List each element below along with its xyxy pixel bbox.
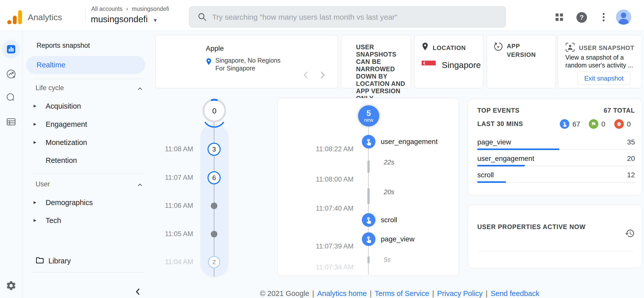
gap-duration: 22s <box>384 158 394 166</box>
footer-link-analytics-home[interactable]: Analytics home <box>317 289 367 297</box>
help-glyph: ? <box>580 14 584 21</box>
chevron-up-icon[interactable] <box>137 182 143 188</box>
app-version-icon: v <box>493 41 503 52</box>
minute-dot-marker[interactable] <box>211 203 217 209</box>
history-icon[interactable] <box>625 228 635 238</box>
exit-snapshot-button[interactable]: Exit snapshot <box>577 72 630 85</box>
minute-time-label: 11:05 AM <box>160 230 193 238</box>
top-event-row-name[interactable]: page_view <box>477 138 511 146</box>
rail-item-explore[interactable] <box>6 69 16 79</box>
rail-item-configure[interactable] <box>6 117 16 127</box>
chevron-up-icon[interactable] <box>137 85 143 92</box>
current-minute-marker: 0 <box>202 98 227 123</box>
rail-divider <box>22 30 22 298</box>
gap-duration: 5s <box>384 256 391 264</box>
chevron-right-icon[interactable] <box>317 70 328 80</box>
minute-count-marker[interactable]: 3 <box>208 143 221 156</box>
location-pin-icon <box>205 58 213 66</box>
property-name[interactable]: musingsondefi <box>91 14 148 24</box>
nav-divider <box>33 79 145 79</box>
sidebar-item-realtime-label[interactable]: Realtime <box>37 61 65 69</box>
nav-section-user[interactable]: User <box>36 180 50 188</box>
sidebar-item-engagement[interactable]: Engagement <box>46 120 87 129</box>
event-name[interactable]: user_engagement <box>381 138 438 146</box>
top-events-window-label: LAST 30 MINS <box>477 120 523 128</box>
tap-icon <box>560 119 569 129</box>
bug-icon <box>614 119 624 129</box>
expand-triangle-icon[interactable]: ▸ <box>34 103 36 109</box>
new-events-count: 5 <box>366 109 371 117</box>
top-event-row-name[interactable]: scroll <box>477 171 494 179</box>
search-input[interactable] <box>212 12 490 23</box>
user-snapshot-icon <box>565 42 575 53</box>
breadcrumb[interactable]: All accounts › musingsondefi <box>91 6 169 12</box>
new-events-label: new <box>364 117 373 123</box>
event-name[interactable]: scroll <box>381 216 397 224</box>
minute-time-label: 11:06 AM <box>160 202 193 210</box>
gear-icon[interactable] <box>6 280 17 291</box>
bar-wrap <box>477 181 635 183</box>
top-event-row-name[interactable]: user_engagement <box>477 155 534 163</box>
gap-duration: 20s <box>384 188 394 196</box>
card-divider <box>477 251 633 251</box>
new-events-badge[interactable]: 5 new <box>358 105 379 127</box>
flag-counter-value: 0 <box>601 120 605 128</box>
header-divider <box>85 8 85 22</box>
event-tap-icon[interactable] <box>362 213 375 227</box>
event-tap-icon[interactable] <box>362 232 375 246</box>
minute-time-label: 11:07 AM <box>160 174 193 182</box>
app-header: Analytics All accounts › musingsondefi m… <box>0 0 644 31</box>
current-minute-count: 0 <box>212 107 217 115</box>
user-properties-card: USER PROPERTIES ACTIVE NOW <box>468 205 642 268</box>
minute-count-marker[interactable]: 6 <box>208 171 221 184</box>
breadcrumb-account[interactable]: All accounts <box>91 6 123 12</box>
rail-item-reports[interactable] <box>2 40 20 58</box>
flag-icon <box>589 119 598 129</box>
search-bar[interactable] <box>189 6 506 28</box>
footer-link-terms[interactable]: Terms of Service <box>375 289 429 297</box>
device-title: Apple <box>206 44 224 53</box>
sidebar-item-acquisition[interactable]: Acquisition <box>46 102 81 110</box>
property-switcher[interactable]: musingsondefi ▾ <box>91 14 157 24</box>
sidebar-item-monetization[interactable]: Monetization <box>46 138 87 147</box>
top-events-total: 67 TOTAL <box>604 107 635 114</box>
expand-triangle-icon[interactable]: ▸ <box>34 121 36 127</box>
nav-divider <box>33 173 145 173</box>
minute-dot-marker[interactable] <box>211 231 217 237</box>
footer-separator: | <box>367 289 375 297</box>
expand-triangle-icon[interactable]: ▸ <box>34 217 36 224</box>
rail-item-advertising[interactable] <box>6 93 16 103</box>
user-snapshot-label: USER SNAPSHOT <box>579 44 634 52</box>
app-version-card-label: APP VERSION <box>507 42 542 59</box>
footer-link-feedback[interactable]: Send feedback <box>491 289 539 297</box>
nav-section-life-cycle[interactable]: Life cycle <box>36 84 64 92</box>
avatar[interactable] <box>615 9 632 26</box>
footer: © 2021 Google|Analytics home|Terms of Se… <box>155 289 644 298</box>
gap-segment <box>367 256 370 263</box>
expand-triangle-icon[interactable]: ▸ <box>34 139 36 145</box>
sidebar-item-reports-snapshot[interactable]: Reports snapshot <box>37 42 90 49</box>
chevron-left-icon[interactable] <box>301 70 311 80</box>
event-name[interactable]: page_view <box>381 235 415 243</box>
sidebar-item-demographics[interactable]: Demographics <box>46 198 93 207</box>
sidebar-item-retention[interactable]: Retention <box>46 156 77 165</box>
apps-grid-icon[interactable] <box>554 12 565 23</box>
snapshot-notice-text: USER SNAPSHOTS CAN BE NARROWED DOWN BY L… <box>356 43 408 102</box>
more-vertical-icon[interactable] <box>598 12 609 23</box>
event-time: 11:08:22 AM <box>293 145 354 153</box>
event-time: 11:08:00 AM <box>293 176 354 183</box>
sidebar-item-tech[interactable]: Tech <box>46 216 61 225</box>
expand-triangle-icon[interactable]: ▸ <box>34 199 36 206</box>
event-tap-icon[interactable] <box>362 135 375 148</box>
breadcrumb-property[interactable]: musingsondefi <box>132 6 169 12</box>
chevron-down-icon: ▾ <box>150 17 157 23</box>
sidebar-item-library[interactable]: Library <box>48 257 71 265</box>
event-time: 11:07:39 AM <box>293 242 354 250</box>
footer-link-privacy[interactable]: Privacy Policy <box>437 289 483 297</box>
minute-count-marker[interactable]: 2 <box>208 256 220 268</box>
location-card-label: LOCATION <box>433 44 466 52</box>
help-icon[interactable]: ? <box>576 12 587 23</box>
collapse-sidebar-icon[interactable] <box>133 287 143 296</box>
minute-count: 3 <box>212 145 216 153</box>
top-event-row-value: 12 <box>627 171 635 179</box>
